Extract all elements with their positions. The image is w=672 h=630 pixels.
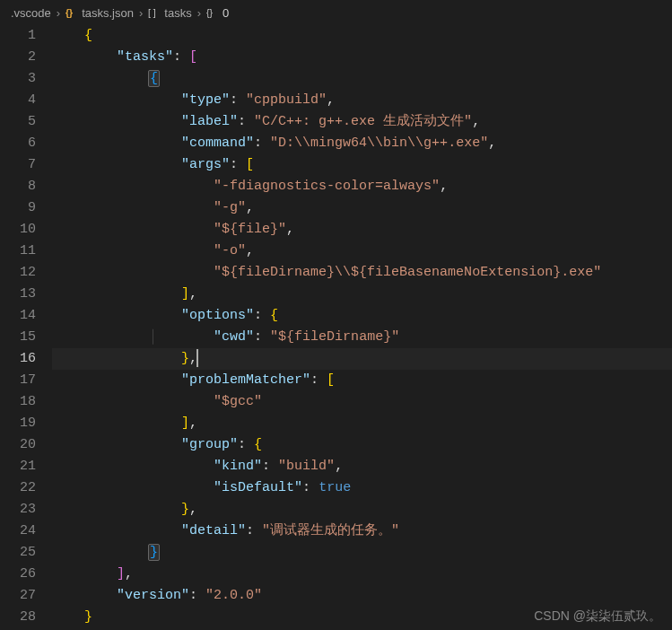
line-number: 13 <box>0 284 36 305</box>
line-number: 20 <box>0 434 36 456</box>
text-cursor <box>196 349 198 367</box>
line-number: 9 <box>0 197 36 219</box>
array-icon: [ ] <box>148 6 161 19</box>
code-line[interactable]: "version": "2.0.0" <box>52 585 672 607</box>
line-number: 8 <box>0 176 36 197</box>
code-line[interactable]: } <box>52 607 672 628</box>
line-number: 28 <box>0 607 36 628</box>
line-number: 3 <box>0 68 36 90</box>
code-line[interactable]: "group": { <box>52 434 672 456</box>
object-icon: {} <box>206 6 219 19</box>
breadcrumb-item-object[interactable]: {} 0 <box>206 6 229 20</box>
line-number: 1 <box>0 25 36 47</box>
line-number: 10 <box>0 219 36 241</box>
code-line[interactable]: │ "cwd": "${fileDirname}" <box>52 327 672 348</box>
code-line[interactable]: } <box>52 542 672 564</box>
code-line[interactable]: "command": "D:\\mingw64\\bin\\g++.exe", <box>52 133 672 154</box>
code-line[interactable]: "detail": "调试器生成的任务。" <box>52 521 672 542</box>
line-number: 11 <box>0 241 36 262</box>
line-number: 15 <box>0 327 36 348</box>
code-line[interactable]: { <box>52 68 672 90</box>
line-number-gutter: 1 2 3 4 5 6 7 8 9 10 11 12 13 14 15 16 1… <box>0 25 52 630</box>
code-line[interactable]: "problemMatcher": [ <box>52 370 672 391</box>
breadcrumb-item-file[interactable]: {} tasks.json <box>65 6 134 20</box>
chevron-right-icon: › <box>139 6 143 20</box>
line-number: 12 <box>0 262 36 284</box>
line-number: 2 <box>0 47 36 68</box>
line-number: 23 <box>0 499 36 521</box>
code-line[interactable]: "${file}", <box>52 219 672 241</box>
line-number: 5 <box>0 111 36 133</box>
line-number: 27 <box>0 585 36 607</box>
code-line[interactable]: "-g", <box>52 197 672 219</box>
code-line[interactable]: "label": "C/C++: g++.exe 生成活动文件", <box>52 111 672 133</box>
breadcrumb[interactable]: .vscode › {} tasks.json › [ ] tasks › {}… <box>0 0 672 25</box>
code-line[interactable]: ], <box>52 284 672 305</box>
code-line[interactable]: }, <box>52 348 672 370</box>
chevron-right-icon: › <box>57 6 60 20</box>
line-number: 7 <box>0 154 36 176</box>
line-number: 18 <box>0 391 36 413</box>
line-number: 21 <box>0 456 36 477</box>
line-number: 24 <box>0 521 36 542</box>
code-line[interactable]: "isDefault": true <box>52 477 672 499</box>
code-line[interactable]: "kind": "build", <box>52 456 672 477</box>
code-line[interactable]: "tasks": [ <box>52 47 672 68</box>
line-number: 6 <box>0 133 36 154</box>
code-line[interactable]: "-o", <box>52 241 672 262</box>
json-icon: {} <box>65 6 78 19</box>
code-line[interactable]: ], <box>52 564 672 585</box>
line-number: 4 <box>0 90 36 111</box>
code-line[interactable]: }, <box>52 499 672 521</box>
line-number: 17 <box>0 370 36 391</box>
code-line[interactable]: "${fileDirname}\\${fileBasenameNoExtensi… <box>52 262 672 284</box>
svg-text:{}: {} <box>206 7 214 18</box>
code-editor[interactable]: 1 2 3 4 5 6 7 8 9 10 11 12 13 14 15 16 1… <box>0 25 672 630</box>
line-number: 16 <box>0 348 36 370</box>
code-line[interactable]: "$gcc" <box>52 391 672 413</box>
chevron-right-icon: › <box>197 6 201 20</box>
breadcrumb-item-folder[interactable]: .vscode <box>11 6 51 20</box>
line-number: 22 <box>0 477 36 499</box>
code-line[interactable]: "type": "cppbuild", <box>52 90 672 111</box>
svg-text:[ ]: [ ] <box>148 7 156 18</box>
line-number: 26 <box>0 564 36 585</box>
line-number: 25 <box>0 542 36 564</box>
breadcrumb-item-array[interactable]: [ ] tasks <box>148 6 191 20</box>
line-number: 19 <box>0 413 36 434</box>
svg-text:{}: {} <box>65 7 73 18</box>
code-line[interactable]: "args": [ <box>52 154 672 176</box>
code-line[interactable]: ], <box>52 413 672 434</box>
code-line[interactable]: "-fdiagnostics-color=always", <box>52 176 672 197</box>
code-line[interactable]: "options": { <box>52 305 672 327</box>
code-line[interactable]: { <box>52 25 672 47</box>
line-number: 14 <box>0 305 36 327</box>
code-content[interactable]: { "tasks": [ { "type": "cppbuild", "labe… <box>52 25 672 630</box>
